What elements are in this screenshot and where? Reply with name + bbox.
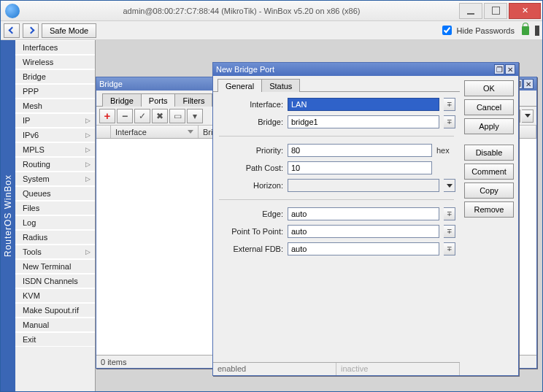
menu-item-system[interactable]: System▷ — [15, 172, 95, 186]
input-ext-fdb[interactable]: auto — [288, 242, 439, 255]
minus-icon: − — [122, 110, 128, 122]
redo-button[interactable] — [23, 23, 39, 38]
input-interface[interactable]: LAN — [288, 98, 439, 111]
menu-item-mesh[interactable]: Mesh — [15, 99, 95, 113]
grid-header-interface[interactable]: Interface — [111, 126, 199, 138]
label-priority: Priority: — [217, 146, 283, 155]
bridge-window-title: Bridge — [99, 80, 123, 88]
dropdown-interface[interactable]: ∓ — [444, 98, 455, 111]
safe-mode-button[interactable]: Safe Mode — [42, 23, 96, 38]
input-bridge[interactable]: bridge1 — [288, 115, 439, 128]
submenu-arrow-icon: ▷ — [85, 175, 90, 182]
label-ext-fdb: External FDB: — [217, 245, 283, 253]
minimize-button[interactable] — [459, 3, 482, 19]
submenu-arrow-icon: ▷ — [85, 146, 90, 153]
grid-header-blank[interactable] — [96, 126, 111, 138]
find-dropdown[interactable] — [522, 109, 534, 123]
row-priority: Priority: 80 hex — [217, 144, 455, 157]
app-toolbar: Safe Mode Hide Passwords — [1, 21, 542, 40]
suffix-hex: hex — [436, 146, 455, 155]
submenu-arrow-icon: ▷ — [85, 161, 90, 168]
add-button[interactable]: + — [99, 109, 115, 123]
undo-button[interactable] — [4, 23, 20, 38]
menu-item-radius[interactable]: Radius — [15, 230, 95, 245]
menu-item-kvm[interactable]: KVM — [15, 288, 95, 303]
disable-button[interactable]: ✖ — [152, 109, 168, 123]
copy-button[interactable]: Copy — [464, 182, 514, 199]
hide-passwords-label: Hide Passwords — [457, 26, 515, 35]
title-bar: admin@08:00:27:C7:88:44 (MikroTik) - Win… — [1, 1, 542, 21]
row-ptp: Point To Point: auto ∓ — [217, 225, 455, 238]
label-edge: Edge: — [217, 210, 283, 218]
menu-item-mpls[interactable]: MPLS▷ — [15, 142, 95, 157]
bridge-tab-ports[interactable]: Ports — [141, 93, 176, 107]
row-ext-fdb: External FDB: auto ∓ — [217, 242, 455, 255]
menu-item-wireless[interactable]: Wireless — [15, 55, 95, 69]
menu-item-queues[interactable]: Queues — [15, 186, 95, 201]
menu-item-routing[interactable]: Routing▷ — [15, 157, 95, 172]
chevron-down-icon — [447, 184, 452, 188]
ok-button[interactable]: OK — [464, 80, 514, 96]
dialog-status-inactive: inactive — [336, 363, 460, 375]
menu-item-bridge[interactable]: Bridge — [15, 69, 95, 84]
menu-item-new-terminal[interactable]: New Terminal — [15, 259, 95, 274]
remove-button[interactable]: − — [117, 109, 133, 123]
apply-button[interactable]: Apply — [464, 118, 514, 134]
dialog-tab-general[interactable]: General — [217, 79, 262, 92]
menu-item-ppp[interactable]: PPP — [15, 84, 95, 99]
dropdown-ptp[interactable]: ∓ — [444, 225, 455, 238]
close-button[interactable]: ✕ — [509, 3, 541, 19]
dialog-tabs: GeneralStatus — [213, 76, 460, 92]
row-interface: Interface: LAN ∓ — [217, 98, 455, 111]
menu-item-manual[interactable]: Manual — [15, 318, 95, 332]
input-ptp[interactable]: auto — [288, 225, 439, 238]
comment-button[interactable]: Comment — [464, 164, 514, 180]
submenu-arrow-icon: ▷ — [85, 117, 90, 124]
bridge-tab-bridge[interactable]: Bridge — [102, 93, 142, 107]
label-ptp: Point To Point: — [217, 227, 283, 236]
menu-item-files[interactable]: Files — [15, 201, 95, 215]
dialog-status-bar: enabled inactive — [213, 362, 460, 375]
menu-item-make-supout-rif[interactable]: Make Supout.rif — [15, 303, 95, 318]
bridge-window-close[interactable]: ✕ — [523, 79, 534, 89]
remove-button[interactable]: Remove — [464, 201, 514, 218]
dropdown-horizon[interactable] — [444, 179, 455, 192]
row-edge: Edge: auto ∓ — [217, 207, 455, 220]
dropdown-bridge[interactable]: ∓ — [444, 115, 455, 128]
cancel-button[interactable]: Cancel — [464, 99, 514, 115]
dropdown-edge[interactable]: ∓ — [444, 207, 455, 220]
main-menu: InterfacesWirelessBridgePPPMeshIP▷IPv6▷M… — [15, 40, 96, 391]
input-horizon[interactable] — [288, 179, 439, 192]
enable-button[interactable]: ✓ — [134, 109, 150, 123]
menu-item-interfaces[interactable]: Interfaces — [15, 40, 95, 55]
label-interface: Interface: — [217, 100, 283, 109]
maximize-button[interactable] — [484, 3, 507, 19]
input-path-cost[interactable]: 10 — [288, 161, 432, 174]
menu-item-isdn-channels[interactable]: ISDN Channels — [15, 274, 95, 288]
status-bar-icon — [535, 26, 539, 36]
menu-item-exit[interactable]: Exit — [15, 332, 95, 347]
input-edge[interactable]: auto — [288, 207, 439, 220]
row-path-cost: Path Cost: 10 — [217, 161, 455, 174]
dialog-header[interactable]: New Bridge Port ❐ ✕ — [213, 63, 518, 76]
row-horizon: Horizon: — [217, 179, 455, 192]
label-bridge: Bridge: — [217, 118, 283, 126]
dialog-restore[interactable]: ❐ — [494, 64, 504, 74]
dropdown-ext-fdb[interactable]: ∓ — [444, 242, 455, 255]
comment-button[interactable]: ▭ — [169, 109, 185, 123]
window-title: admin@08:00:27:C7:88:44 (MikroTik) - Win… — [24, 7, 459, 15]
menu-item-ipv6[interactable]: IPv6▷ — [15, 128, 95, 142]
hide-passwords-checkbox[interactable]: Hide Passwords — [439, 23, 515, 37]
sort-down-icon — [188, 130, 193, 134]
disable-button[interactable]: Disable — [464, 145, 514, 161]
input-priority[interactable]: 80 — [288, 144, 432, 157]
menu-item-tools[interactable]: Tools▷ — [15, 245, 95, 259]
hide-passwords-input[interactable] — [442, 26, 452, 35]
menu-item-ip[interactable]: IP▷ — [15, 113, 95, 128]
dialog-close[interactable]: ✕ — [505, 64, 515, 74]
app-icon — [5, 4, 20, 18]
dialog-tab-status[interactable]: Status — [261, 79, 300, 92]
menu-item-log[interactable]: Log — [15, 215, 95, 230]
bridge-tab-filters[interactable]: Filters — [174, 93, 212, 107]
filter-button[interactable]: ▾ — [187, 109, 203, 123]
